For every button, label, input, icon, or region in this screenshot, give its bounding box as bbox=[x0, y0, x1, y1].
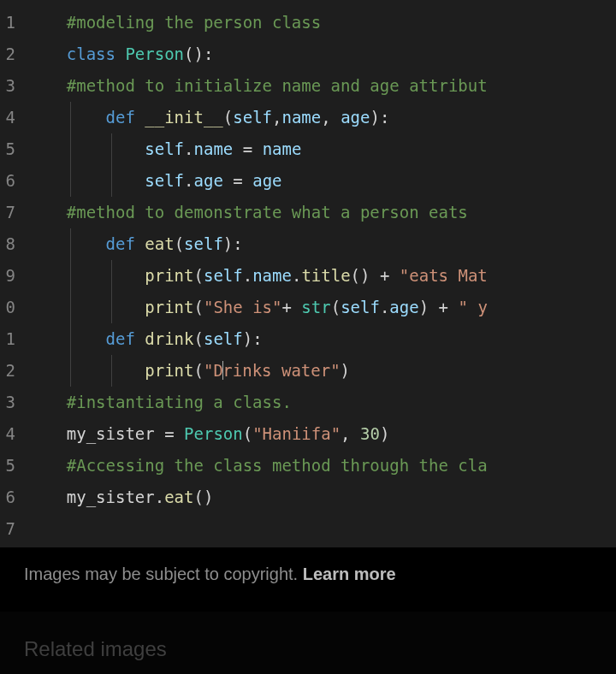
code-line[interactable]: print("Drinks water") bbox=[27, 355, 616, 387]
code-line[interactable]: my_sister = Person("Haniifa", 30) bbox=[27, 418, 616, 450]
code-token: 30 bbox=[360, 424, 380, 443]
code-token: age bbox=[194, 171, 223, 190]
line-number: 1 bbox=[3, 323, 15, 355]
learn-more-link[interactable]: Learn more bbox=[303, 565, 396, 583]
code-token bbox=[175, 424, 184, 443]
code-token: . bbox=[380, 298, 389, 316]
code-token: my_sister. bbox=[67, 488, 164, 506]
code-token: = bbox=[233, 171, 242, 190]
code-line[interactable]: class Person(): bbox=[27, 38, 616, 70]
code-token bbox=[116, 44, 125, 63]
code-token: , bbox=[341, 424, 360, 443]
code-token: "eats Mat bbox=[400, 266, 488, 285]
code-token: name bbox=[263, 139, 302, 158]
code-token: ( bbox=[175, 234, 184, 253]
code-line[interactable]: def __init__(self,name, age): bbox=[27, 102, 616, 133]
code-line[interactable]: #method to initialize name and age attri… bbox=[27, 70, 616, 102]
code-line[interactable]: self.age = age bbox=[27, 165, 616, 197]
code-token: print bbox=[145, 361, 193, 380]
footer-area: Images may be subject to copyright. Lear… bbox=[0, 547, 616, 674]
code-token: self bbox=[204, 329, 243, 348]
code-token: eat bbox=[164, 488, 193, 506]
code-token: self bbox=[233, 108, 272, 127]
code-token: #modeling the person class bbox=[67, 13, 321, 32]
code-area[interactable]: #modeling the person class class Person(… bbox=[24, 0, 616, 547]
line-number: 2 bbox=[3, 38, 15, 70]
code-line[interactable]: self.name = name bbox=[27, 133, 616, 165]
code-token: def bbox=[106, 329, 135, 348]
line-number: 5 bbox=[3, 133, 15, 165]
code-token: + bbox=[281, 298, 291, 316]
code-token bbox=[370, 266, 379, 285]
code-token: ) bbox=[341, 361, 350, 380]
code-token: ( bbox=[194, 329, 204, 348]
code-token: + bbox=[439, 298, 448, 316]
indent-guide bbox=[111, 133, 112, 165]
code-token: : bbox=[252, 329, 262, 348]
code-line[interactable]: my_sister.eat() bbox=[27, 482, 616, 513]
code-token: , bbox=[321, 108, 341, 127]
code-token: name bbox=[281, 108, 321, 127]
code-token: #Accessing the class method through the … bbox=[67, 456, 488, 475]
code-token: age bbox=[389, 298, 418, 316]
line-number: 2 bbox=[3, 355, 15, 387]
line-number: 4 bbox=[3, 418, 15, 450]
line-number: 9 bbox=[3, 260, 15, 292]
code-token: print bbox=[145, 266, 193, 285]
code-line[interactable]: def drink(self): bbox=[27, 323, 616, 355]
code-token: #method to initialize name and age attri… bbox=[67, 76, 488, 95]
text-cursor bbox=[222, 361, 224, 380]
line-number: 0 bbox=[3, 292, 15, 323]
code-token: eat bbox=[145, 234, 174, 253]
copyright-text: Images may be subject to copyright. bbox=[24, 565, 303, 583]
code-token: self bbox=[204, 266, 243, 285]
code-token bbox=[243, 171, 252, 190]
code-token bbox=[135, 108, 145, 127]
code-line[interactable]: #modeling the person class bbox=[27, 7, 616, 38]
code-token: def bbox=[106, 108, 135, 127]
code-line[interactable]: #method to demonstrate what a person eat… bbox=[27, 197, 616, 228]
code-token: print bbox=[145, 298, 193, 316]
code-token: : bbox=[380, 108, 389, 127]
code-token: ( bbox=[223, 108, 233, 127]
code-token bbox=[448, 298, 458, 316]
code-token: rinks water" bbox=[222, 361, 340, 380]
code-line[interactable]: def eat(self): bbox=[27, 228, 616, 260]
line-number: 7 bbox=[3, 513, 15, 545]
code-token: name bbox=[194, 139, 234, 158]
code-token: "She is" bbox=[204, 298, 282, 316]
indent-guide bbox=[70, 260, 71, 292]
line-number: 6 bbox=[3, 165, 15, 197]
code-token: #method to demonstrate what a person eat… bbox=[67, 203, 468, 222]
line-number: 7 bbox=[3, 197, 15, 228]
code-token bbox=[292, 298, 301, 316]
code-token: " y bbox=[459, 298, 488, 316]
code-token: def bbox=[106, 234, 135, 253]
code-editor[interactable]: 12345678901234567 #modeling the person c… bbox=[0, 0, 616, 547]
code-token: : bbox=[204, 44, 213, 63]
code-line[interactable]: print(self.name.title() + "eats Mat bbox=[27, 260, 616, 292]
code-token: ( bbox=[331, 298, 341, 316]
code-token: . bbox=[292, 266, 301, 285]
code-token: "D bbox=[204, 361, 223, 380]
code-token: ( bbox=[193, 266, 203, 285]
code-token bbox=[429, 298, 438, 316]
code-token: self bbox=[341, 298, 380, 316]
code-token: . bbox=[184, 171, 193, 190]
code-token: self bbox=[145, 139, 184, 158]
indent-guide bbox=[111, 260, 112, 292]
code-line[interactable]: #instantiating a class. bbox=[27, 387, 616, 418]
code-token: () bbox=[184, 44, 204, 63]
code-token: __init__ bbox=[145, 108, 223, 127]
code-token: self bbox=[145, 171, 184, 190]
code-token bbox=[389, 266, 399, 285]
code-token: drink bbox=[145, 329, 193, 348]
indent-guide bbox=[70, 133, 71, 165]
code-token: "Haniifa" bbox=[252, 424, 341, 443]
code-token: ) bbox=[380, 424, 389, 443]
code-line[interactable]: #Accessing the class method through the … bbox=[27, 450, 616, 482]
indent-guide bbox=[70, 102, 71, 133]
code-line[interactable]: print("She is"+ str(self.age) + " y bbox=[27, 292, 616, 323]
code-token: . bbox=[243, 266, 252, 285]
indent-guide bbox=[111, 292, 112, 323]
